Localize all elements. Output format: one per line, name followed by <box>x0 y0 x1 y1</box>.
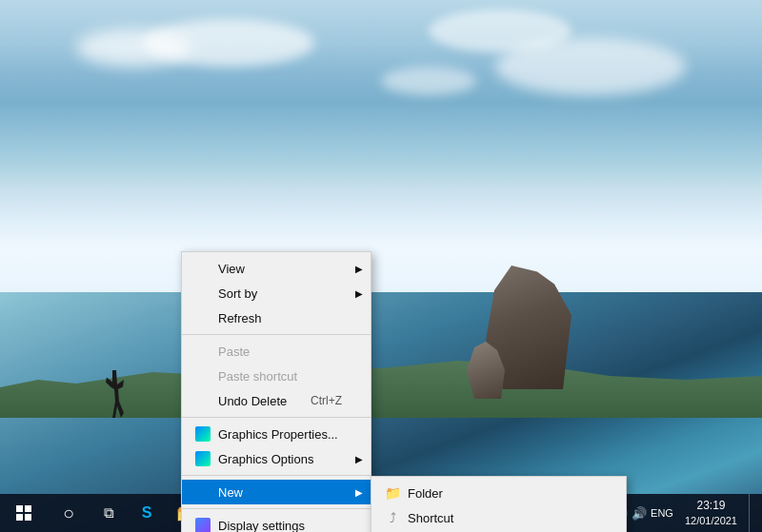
sort-icon <box>193 286 212 301</box>
cloud <box>381 67 476 95</box>
refresh-label: Refresh <box>218 311 342 325</box>
lang-indicator[interactable]: ENG <box>651 507 673 519</box>
undo-shortcut: Ctrl+Z <box>311 394 342 407</box>
graphics-properties-label: Graphics Properties... <box>218 427 342 442</box>
graphics-options-arrow: ▶ <box>355 454 363 464</box>
undo-icon <box>193 393 212 408</box>
separator-2 <box>182 417 371 418</box>
submenu-item-folder[interactable]: 📁 Folder <box>371 481 626 505</box>
graphics-options-icon <box>193 451 212 466</box>
menu-item-display-settings[interactable]: Display settings <box>182 513 371 532</box>
view-arrow: ▶ <box>355 264 363 274</box>
sort-arrow: ▶ <box>355 288 363 299</box>
search-button[interactable]: ○ <box>48 494 90 532</box>
folder-label: Folder <box>408 486 597 501</box>
display-settings-label: Display settings <box>218 519 342 533</box>
show-desktop-button[interactable] <box>749 494 754 532</box>
submenu-item-shortcut[interactable]: ⤴ Shortcut <box>371 505 626 530</box>
menu-item-paste[interactable]: Paste <box>182 339 371 364</box>
menu-item-sort-by[interactable]: Sort by ▶ <box>182 281 371 305</box>
menu-item-graphics-properties[interactable]: Graphics Properties... <box>182 422 371 446</box>
refresh-icon <box>193 310 212 325</box>
folder-icon: 📁 <box>383 485 402 501</box>
clock-time: 23:19 <box>685 499 737 514</box>
view-icon <box>193 261 212 276</box>
skype-icon: S <box>142 504 152 522</box>
windows-logo <box>16 505 31 521</box>
search-circle-icon: ○ <box>63 502 74 524</box>
wallpaper-water <box>0 233 762 500</box>
display-settings-icon <box>193 518 212 532</box>
clock-date: 12/01/2021 <box>685 514 737 527</box>
new-icon <box>193 484 212 500</box>
menu-item-graphics-options[interactable]: Graphics Options ▶ <box>182 446 371 471</box>
cloud <box>143 19 314 67</box>
menu-item-new[interactable]: New ▶ 📁 Folder ⤴ Shortcut A Microsof <box>182 480 371 504</box>
new-label: New <box>218 485 342 500</box>
menu-item-paste-shortcut[interactable]: Paste shortcut <box>182 364 371 388</box>
context-menu: View ▶ Sort by ▶ Refresh Paste Paste sho… <box>181 251 371 532</box>
separator-3 <box>182 475 371 476</box>
paste-shortcut-icon <box>193 368 212 384</box>
clock[interactable]: 23:19 12/01/2021 <box>677 499 745 527</box>
paste-icon <box>193 344 212 359</box>
shortcut-label: Shortcut <box>408 511 597 525</box>
separator-1 <box>182 334 371 335</box>
menu-item-refresh[interactable]: Refresh <box>182 305 371 330</box>
start-button[interactable] <box>0 494 48 532</box>
view-label: View <box>218 262 342 276</box>
menu-item-view[interactable]: View ▶ <box>182 256 371 281</box>
separator-4 <box>182 508 371 509</box>
graphics-properties-icon <box>193 426 212 442</box>
new-submenu: 📁 Folder ⤴ Shortcut A Microsoft Access D… <box>371 476 627 532</box>
tray-volume[interactable]: 🔊 <box>632 506 647 521</box>
task-view-button[interactable]: ⧉ <box>90 494 128 532</box>
paste-label: Paste <box>218 345 342 359</box>
paste-shortcut-label: Paste shortcut <box>218 369 342 384</box>
skype-taskbar-button[interactable]: S <box>128 494 166 532</box>
cloud <box>429 10 572 52</box>
new-arrow: ▶ <box>355 487 363 498</box>
task-view-icon: ⧉ <box>104 504 114 522</box>
sort-label: Sort by <box>218 286 342 301</box>
undo-label: Undo Delete <box>218 394 291 408</box>
desktop: View ▶ Sort by ▶ Refresh Paste Paste sho… <box>0 0 762 532</box>
shortcut-icon: ⤴ <box>383 510 402 525</box>
graphics-options-label: Graphics Options <box>218 452 342 466</box>
menu-item-undo-delete[interactable]: Undo Delete Ctrl+Z <box>182 388 371 413</box>
